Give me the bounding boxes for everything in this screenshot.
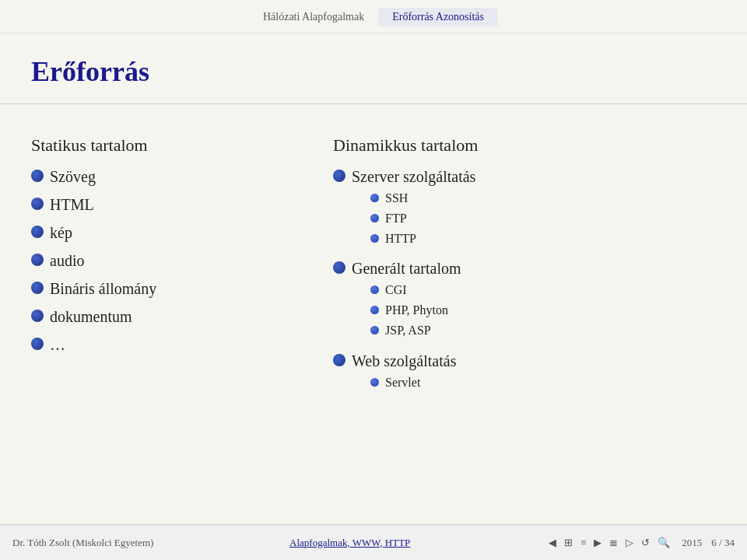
nav-item-eroforrás[interactable]: Erőforrás Azonosítás xyxy=(378,8,498,26)
list-item: HTTP xyxy=(370,231,716,247)
list-item-label: FTP xyxy=(385,211,407,227)
list-item: Szöveg xyxy=(31,166,286,187)
list-item-label: dokumentum xyxy=(50,306,132,327)
bullet-icon xyxy=(370,234,379,243)
list-item: FTP xyxy=(370,211,716,227)
nav-list2-icon[interactable]: ≣ xyxy=(607,535,620,551)
bottom-author: Dr. Tóth Zsolt (Miskolci Egyetem) xyxy=(12,537,153,549)
list-item: … xyxy=(31,334,286,355)
list-item: Bináris állomány xyxy=(31,278,286,299)
bullet-icon xyxy=(370,214,379,222)
list-item-label: PHP, Phyton xyxy=(385,303,448,319)
list-item-label: Bináris állomány xyxy=(50,278,156,299)
bullet-icon xyxy=(31,282,44,294)
nav-left-icon[interactable]: ◀ xyxy=(546,535,559,551)
bottom-page: 6 / 34 xyxy=(711,537,735,549)
list-item-label: SSH xyxy=(385,191,408,207)
list-item-content: Generált tartalom CGI PHP, Phyton JSP xyxy=(352,258,716,342)
bullet-icon xyxy=(31,170,44,182)
right-section-title: Dinamikkus tartalom xyxy=(333,135,716,156)
list-item-label: JSP, ASP xyxy=(385,323,431,339)
bullet-icon xyxy=(333,261,345,274)
bullet-icon xyxy=(333,354,345,366)
bottom-bar: Dr. Tóth Zsolt (Miskolci Egyetem) Alapfo… xyxy=(0,524,747,560)
page-title: Erőforrás xyxy=(0,33,747,104)
sub-list-szerver: SSH FTP HTTP xyxy=(352,191,716,250)
bullet-icon xyxy=(370,378,379,387)
list-item: JSP, ASP xyxy=(370,323,716,339)
left-column: Statikus tartalom Szöveg HTML kép audio … xyxy=(31,135,286,403)
list-item-szerver: Szerver szolgáltatás SSH FTP HTTP xyxy=(333,166,716,250)
list-item: dokumentum xyxy=(31,306,286,327)
bullet-icon xyxy=(31,198,44,210)
list-item-label: Szöveg xyxy=(50,166,96,187)
sub-list-generalt: CGI PHP, Phyton JSP, ASP xyxy=(352,282,716,342)
bullet-icon xyxy=(370,194,379,202)
nav-grid-icon[interactable]: ⊞ xyxy=(562,535,575,551)
list-item-generalt: Generált tartalom CGI PHP, Phyton JSP xyxy=(333,258,716,342)
main-content: Statikus tartalom Szöveg HTML kép audio … xyxy=(0,112,747,411)
top-navigation: Hálózati Alapfogalmak Erőforrás Azonosít… xyxy=(0,0,747,33)
list-item: HTML xyxy=(31,194,286,215)
list-item-label: Servlet xyxy=(385,375,420,391)
bullet-icon xyxy=(370,285,379,294)
bullet-icon xyxy=(333,170,345,182)
nav-item-halozati[interactable]: Hálózati Alapfogalmak xyxy=(249,8,378,26)
list-item: PHP, Phyton xyxy=(370,303,716,319)
list-item-label: HTML xyxy=(50,194,94,215)
bottom-center-link[interactable]: Alapfogalmak, WWW, HTTP xyxy=(289,537,410,549)
list-item-label: CGI xyxy=(385,282,407,299)
left-list: Szöveg HTML kép audio Bináris állomány d… xyxy=(31,166,286,355)
right-column: Dinamikkus tartalom Szerver szolgáltatás… xyxy=(333,135,716,403)
sub-list-web: Servlet xyxy=(352,375,716,395)
nav-list-icon[interactable]: ≡ xyxy=(578,535,588,551)
right-list: Szerver szolgáltatás SSH FTP HTTP xyxy=(333,166,716,395)
list-item-web: Web szolgáltatás Servlet xyxy=(333,351,716,395)
list-item-content: Szerver szolgáltatás SSH FTP HTTP xyxy=(352,166,716,250)
list-item-content: Web szolgáltatás Servlet xyxy=(352,351,716,395)
nav-right2-icon[interactable]: ▷ xyxy=(623,535,636,551)
list-item: kép xyxy=(31,222,286,243)
list-item: SSH xyxy=(370,191,716,207)
list-item-label: HTTP xyxy=(385,231,416,247)
list-item-label: Szerver szolgáltatás xyxy=(352,166,716,187)
bottom-right-group: ◀ ⊞ ≡ ▶ ≣ ▷ ↺ 🔍 2015 6 / 34 xyxy=(546,535,735,551)
list-item-label: kép xyxy=(50,222,72,243)
nav-refresh-icon[interactable]: ↺ xyxy=(639,535,652,551)
list-item-label: audio xyxy=(50,250,84,271)
left-section-title: Statikus tartalom xyxy=(31,135,286,156)
bullet-icon xyxy=(31,254,44,266)
nav-zoom-icon[interactable]: 🔍 xyxy=(655,535,672,551)
bullet-icon xyxy=(31,226,44,238)
list-item: Servlet xyxy=(370,375,716,391)
bullet-icon xyxy=(370,306,379,314)
bullet-icon xyxy=(370,326,379,334)
bullet-icon xyxy=(31,310,44,322)
list-item-label: … xyxy=(50,334,65,355)
list-item: audio xyxy=(31,250,286,271)
bullet-icon xyxy=(31,338,44,350)
bottom-year: 2015 xyxy=(682,537,702,549)
list-item: CGI xyxy=(370,282,716,299)
list-item-label: Web szolgáltatás xyxy=(352,351,716,371)
list-item-label: Generált tartalom xyxy=(352,258,716,278)
nav-icons: ◀ ⊞ ≡ ▶ ≣ ▷ ↺ 🔍 xyxy=(546,535,672,551)
nav-right-icon[interactable]: ▶ xyxy=(591,535,604,551)
